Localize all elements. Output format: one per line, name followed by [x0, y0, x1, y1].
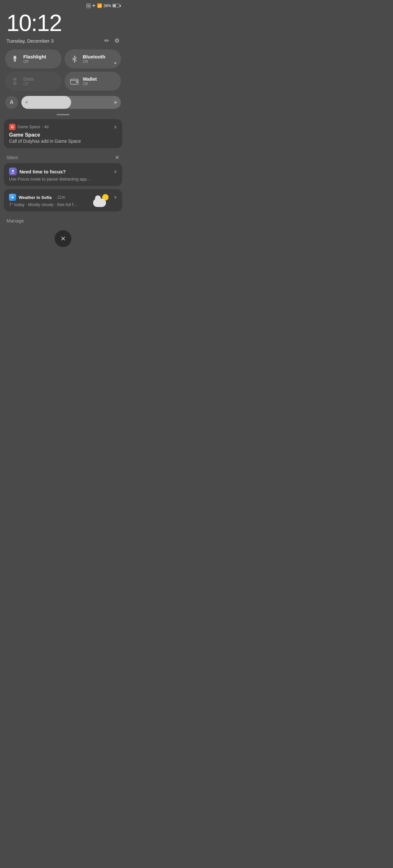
- focus-notif-title: Need time to focus?: [19, 169, 65, 175]
- brightness-low-icon: ☀: [25, 100, 29, 105]
- bluetooth-tile-text: Bluetooth Off: [83, 54, 105, 64]
- silent-section-label: Silent ✕: [0, 151, 126, 163]
- wallet-subtitle: Off: [83, 82, 97, 86]
- time-section: 10:12: [0, 8, 126, 36]
- quick-tiles: Flashlight Off Bluetooth Off ▶ Data Off: [0, 50, 126, 91]
- gamespace-app-name: Game Space: [18, 125, 40, 129]
- data-title: Data: [23, 76, 34, 82]
- gamespace-app-meta: G Game Space · 4d: [9, 124, 49, 130]
- flashlight-icon: [10, 55, 19, 63]
- nfc-icon: N: [86, 4, 91, 8]
- bluetooth-title: Bluetooth: [83, 54, 105, 59]
- edit-icon[interactable]: ✏: [104, 37, 109, 44]
- date-row: Tuesday, December 3 ✏ ⚙: [0, 36, 126, 50]
- gamespace-chevron-icon: ∧: [114, 124, 117, 129]
- wallet-tile-text: Wallet Off: [83, 76, 97, 86]
- flashlight-subtitle: Off: [23, 59, 46, 64]
- silent-label-text: Silent: [6, 155, 18, 160]
- silent-close-button[interactable]: ✕: [115, 154, 119, 161]
- focus-app-row: Need time to focus?: [9, 167, 65, 175]
- data-icon: [10, 78, 19, 85]
- focus-notification[interactable]: Need time to focus? ∨ Use Focus mode to …: [4, 163, 122, 186]
- focus-notif-header: Need time to focus? ∨: [9, 167, 117, 175]
- data-tile[interactable]: Data Off: [5, 72, 61, 91]
- wallet-tile[interactable]: Wallet Off: [65, 72, 121, 91]
- bluetooth-icon: [70, 55, 79, 63]
- battery-icon: [112, 4, 121, 7]
- weather-notif-time: · 21m: [56, 195, 65, 199]
- date-icons: ✏ ⚙: [104, 37, 119, 44]
- battery-percent: 38%: [104, 4, 111, 8]
- data-tile-text: Data Off: [23, 76, 34, 86]
- brightness-fill: [21, 96, 71, 109]
- settings-icon[interactable]: ⚙: [114, 37, 119, 44]
- close-notifications-button[interactable]: ✕: [55, 230, 72, 247]
- gamespace-notif-body: Call of Dutyhas add in Game Space: [9, 138, 117, 144]
- gamespace-notification[interactable]: G Game Space · 4d ∧ Game Space Call of D…: [4, 119, 122, 148]
- status-bar: N ✈ 📶 38%: [0, 0, 126, 8]
- bluetooth-tile[interactable]: Bluetooth Off ▶: [65, 50, 121, 68]
- weather-chevron-icon: ∨: [114, 194, 117, 199]
- clock-time: 10:12: [6, 11, 119, 35]
- bluetooth-arrow-icon: ▶: [114, 61, 117, 65]
- gamespace-notif-time: · 4d: [42, 125, 49, 129]
- weather-app-icon: [9, 194, 16, 201]
- wifi-icon: 📶: [97, 3, 102, 8]
- svg-rect-0: [13, 56, 16, 58]
- weather-image: [92, 194, 110, 207]
- svg-point-2: [14, 59, 16, 60]
- divider-handle: [57, 114, 69, 115]
- weather-app-row: Weather in Sofia · 21m: [9, 194, 92, 201]
- airplane-icon: ✈: [92, 3, 96, 8]
- flashlight-tile[interactable]: Flashlight Off: [5, 50, 61, 68]
- date-text: Tuesday, December 3: [6, 38, 54, 43]
- focus-notif-body: Use Focus mode to pause distracting app…: [9, 177, 117, 182]
- status-icons: N ✈ 📶 38%: [86, 3, 121, 8]
- gamespace-app-icon: G: [9, 124, 16, 130]
- flashlight-tile-text: Flashlight Off: [23, 54, 46, 64]
- bluetooth-subtitle: Off: [83, 59, 105, 64]
- auto-brightness-button[interactable]: A: [5, 96, 18, 109]
- wallet-title: Wallet: [83, 76, 97, 82]
- svg-rect-4: [76, 82, 78, 83]
- data-subtitle: Off: [23, 82, 34, 86]
- manage-button[interactable]: Manage: [6, 218, 24, 223]
- manage-row: Manage: [0, 216, 126, 230]
- weather-app-name: Weather in Sofia: [19, 195, 52, 200]
- flashlight-title: Flashlight: [23, 54, 46, 59]
- focus-app-icon: [9, 167, 17, 175]
- brightness-slider[interactable]: ☀ ☀: [21, 96, 121, 109]
- weather-notif-body: 7° today · Mostly cloudy · See full f…: [9, 202, 92, 207]
- wallet-icon: [70, 78, 79, 85]
- brightness-row: A ☀ ☀: [0, 94, 126, 112]
- focus-chevron-icon: ∨: [114, 169, 117, 174]
- brightness-high-icon: ☀: [113, 99, 118, 105]
- gamespace-notif-header: G Game Space · 4d ∧: [9, 124, 117, 130]
- svg-point-5: [12, 170, 14, 172]
- gamespace-notif-title: Game Space: [9, 132, 117, 138]
- weather-notification[interactable]: Weather in Sofia · 21m 7° today · Mostly…: [4, 189, 122, 212]
- weather-notif-left: Weather in Sofia · 21m 7° today · Mostly…: [9, 194, 92, 207]
